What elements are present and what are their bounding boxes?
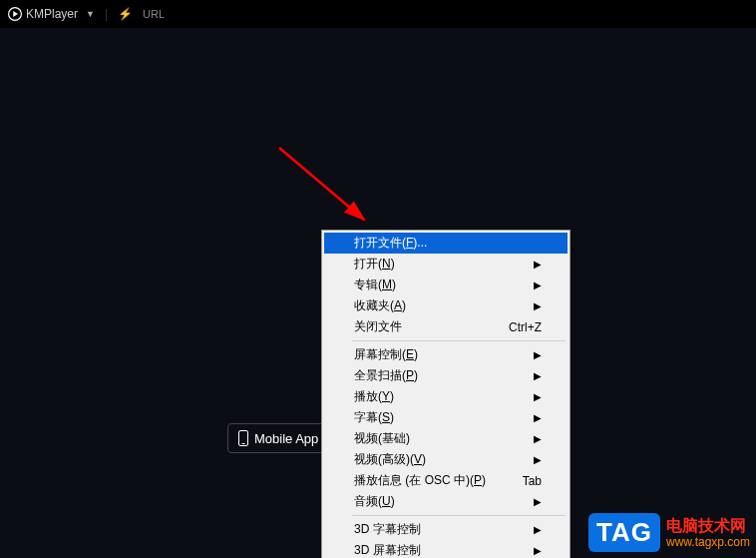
- menu-item-label: 3D 屏幕控制: [354, 542, 421, 558]
- watermark: TAG 电脑技术网 www.tagxp.com: [588, 513, 750, 552]
- submenu-arrow-icon: ▶: [534, 524, 542, 535]
- app-logo-icon: [8, 7, 22, 21]
- watermark-line2: www.tagxp.com: [666, 535, 750, 549]
- app-menu[interactable]: KMPlayer ▼: [8, 7, 95, 21]
- title-bar: KMPlayer ▼ | ⚡ URL: [0, 0, 756, 28]
- menu-item-label: 全景扫描(P): [354, 367, 418, 384]
- app-name: KMPlayer: [26, 7, 78, 21]
- menu-item[interactable]: 3D 字幕控制▶: [324, 519, 567, 540]
- menu-item-label: 打开(N): [354, 256, 395, 273]
- svg-marker-1: [13, 11, 18, 17]
- phone-icon: [238, 430, 248, 446]
- menu-item[interactable]: 打开文件(F)...: [324, 233, 567, 254]
- menu-item-label: 关闭文件: [354, 318, 402, 335]
- watermark-badge: TAG: [588, 513, 660, 552]
- submenu-arrow-icon: ▶: [534, 545, 542, 556]
- menu-item-label: 专辑(M): [354, 277, 396, 293]
- mobile-app-button[interactable]: Mobile App: [227, 423, 329, 453]
- mobile-app-label: Mobile App: [254, 431, 318, 446]
- menu-item[interactable]: 3D 屏幕控制▶: [324, 540, 567, 558]
- menu-item[interactable]: 视频(高级)(V)▶: [324, 449, 567, 470]
- annotation-arrow: [269, 138, 389, 238]
- menu-item-label: 播放(Y): [354, 388, 394, 405]
- submenu-arrow-icon: ▶: [534, 370, 542, 381]
- submenu-arrow-icon: ▶: [534, 300, 542, 311]
- bolt-icon[interactable]: ⚡: [118, 7, 133, 21]
- menu-shortcut: Ctrl+Z: [509, 320, 542, 334]
- menu-item[interactable]: 屏幕控制(E)▶: [324, 344, 567, 365]
- menu-item[interactable]: 关闭文件Ctrl+Z: [324, 316, 567, 337]
- video-area[interactable]: Mobile App 打开文件(F)...打开(N)▶专辑(M)▶收藏夹(A)▶…: [0, 28, 756, 558]
- watermark-line1: 电脑技术网: [666, 516, 750, 535]
- menu-item-label: 字幕(S): [354, 409, 394, 426]
- menu-item-label: 播放信息 (在 OSC 中)(P): [354, 472, 486, 489]
- menu-shortcut: Tab: [523, 474, 542, 488]
- menu-item-label: 视频(高级)(V): [354, 451, 426, 468]
- submenu-arrow-icon: ▶: [534, 391, 542, 402]
- submenu-arrow-icon: ▶: [534, 496, 542, 507]
- submenu-arrow-icon: ▶: [534, 454, 542, 465]
- separator: |: [105, 7, 108, 21]
- menu-item[interactable]: 专辑(M)▶: [324, 275, 567, 295]
- submenu-arrow-icon: ▶: [534, 259, 542, 270]
- menu-item-label: 3D 字幕控制: [354, 521, 421, 538]
- menu-item[interactable]: 收藏夹(A)▶: [324, 295, 567, 316]
- menu-item[interactable]: 播放(Y)▶: [324, 386, 567, 407]
- svg-line-3: [279, 148, 364, 220]
- menu-separator: [352, 340, 566, 341]
- menu-item-label: 收藏夹(A): [354, 297, 406, 314]
- menu-item[interactable]: 全景扫描(P)▶: [324, 365, 567, 386]
- context-menu: 打开文件(F)...打开(N)▶专辑(M)▶收藏夹(A)▶关闭文件Ctrl+Z屏…: [321, 230, 570, 558]
- menu-item-label: 屏幕控制(E): [354, 346, 418, 363]
- watermark-text: 电脑技术网 www.tagxp.com: [666, 516, 750, 550]
- menu-item-label: 视频(基础): [354, 430, 410, 447]
- menu-item-label: 打开文件(F)...: [354, 235, 427, 252]
- menu-item[interactable]: 播放信息 (在 OSC 中)(P)Tab: [324, 470, 567, 491]
- dropdown-icon: ▼: [86, 9, 95, 19]
- menu-item[interactable]: 字幕(S)▶: [324, 407, 567, 428]
- submenu-arrow-icon: ▶: [534, 412, 542, 423]
- submenu-arrow-icon: ▶: [534, 433, 542, 444]
- menu-separator: [352, 515, 566, 516]
- submenu-arrow-icon: ▶: [534, 279, 542, 290]
- menu-item-label: 音频(U): [354, 493, 395, 510]
- submenu-arrow-icon: ▶: [534, 349, 542, 360]
- menu-item[interactable]: 打开(N)▶: [324, 254, 567, 275]
- url-label[interactable]: URL: [143, 8, 165, 20]
- menu-item[interactable]: 视频(基础)▶: [324, 428, 567, 449]
- menu-item[interactable]: 音频(U)▶: [324, 491, 567, 512]
